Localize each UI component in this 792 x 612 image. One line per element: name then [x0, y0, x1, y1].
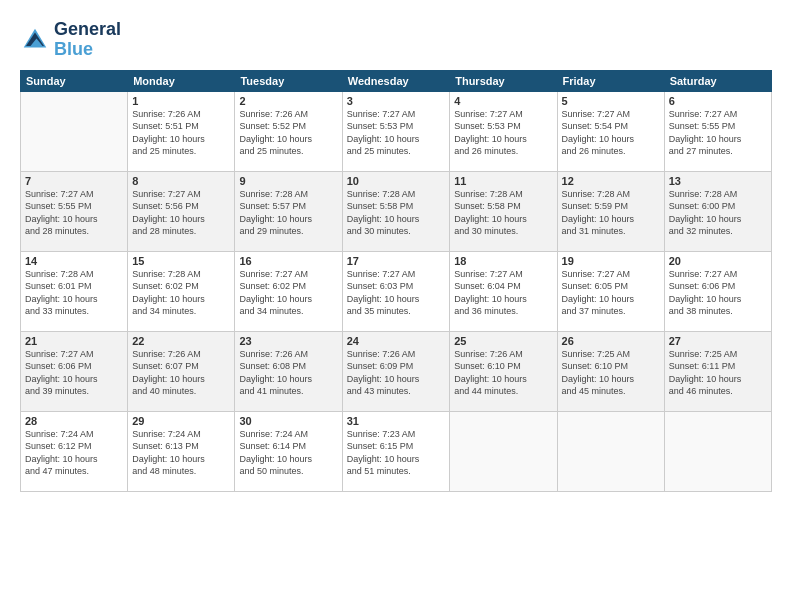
day-detail: Sunrise: 7:24 AM Sunset: 6:13 PM Dayligh…	[132, 428, 230, 478]
logo-line2: Blue	[54, 39, 93, 59]
day-detail: Sunrise: 7:25 AM Sunset: 6:10 PM Dayligh…	[562, 348, 660, 398]
day-detail: Sunrise: 7:25 AM Sunset: 6:11 PM Dayligh…	[669, 348, 767, 398]
calendar-cell: 16Sunrise: 7:27 AM Sunset: 6:02 PM Dayli…	[235, 251, 342, 331]
calendar-cell	[21, 91, 128, 171]
calendar-cell: 5Sunrise: 7:27 AM Sunset: 5:54 PM Daylig…	[557, 91, 664, 171]
day-detail: Sunrise: 7:27 AM Sunset: 6:06 PM Dayligh…	[669, 268, 767, 318]
calendar-cell: 2Sunrise: 7:26 AM Sunset: 5:52 PM Daylig…	[235, 91, 342, 171]
calendar-header-row: SundayMondayTuesdayWednesdayThursdayFrid…	[21, 70, 772, 91]
day-detail: Sunrise: 7:27 AM Sunset: 6:05 PM Dayligh…	[562, 268, 660, 318]
calendar-header-sunday: Sunday	[21, 70, 128, 91]
calendar-cell	[557, 411, 664, 491]
day-detail: Sunrise: 7:27 AM Sunset: 5:54 PM Dayligh…	[562, 108, 660, 158]
calendar-cell: 21Sunrise: 7:27 AM Sunset: 6:06 PM Dayli…	[21, 331, 128, 411]
day-detail: Sunrise: 7:28 AM Sunset: 5:58 PM Dayligh…	[347, 188, 446, 238]
day-number: 24	[347, 335, 446, 347]
day-number: 6	[669, 95, 767, 107]
day-number: 1	[132, 95, 230, 107]
calendar-cell: 27Sunrise: 7:25 AM Sunset: 6:11 PM Dayli…	[664, 331, 771, 411]
day-number: 3	[347, 95, 446, 107]
day-detail: Sunrise: 7:27 AM Sunset: 5:55 PM Dayligh…	[669, 108, 767, 158]
calendar-header-friday: Friday	[557, 70, 664, 91]
day-detail: Sunrise: 7:28 AM Sunset: 6:00 PM Dayligh…	[669, 188, 767, 238]
day-number: 11	[454, 175, 552, 187]
day-detail: Sunrise: 7:27 AM Sunset: 5:56 PM Dayligh…	[132, 188, 230, 238]
day-number: 18	[454, 255, 552, 267]
calendar-cell: 10Sunrise: 7:28 AM Sunset: 5:58 PM Dayli…	[342, 171, 450, 251]
calendar-cell: 8Sunrise: 7:27 AM Sunset: 5:56 PM Daylig…	[128, 171, 235, 251]
day-number: 17	[347, 255, 446, 267]
calendar-cell: 6Sunrise: 7:27 AM Sunset: 5:55 PM Daylig…	[664, 91, 771, 171]
header: General Blue	[20, 20, 772, 60]
day-number: 15	[132, 255, 230, 267]
day-detail: Sunrise: 7:27 AM Sunset: 6:06 PM Dayligh…	[25, 348, 123, 398]
calendar-week-2: 7Sunrise: 7:27 AM Sunset: 5:55 PM Daylig…	[21, 171, 772, 251]
calendar-cell	[450, 411, 557, 491]
day-detail: Sunrise: 7:28 AM Sunset: 5:59 PM Dayligh…	[562, 188, 660, 238]
day-detail: Sunrise: 7:24 AM Sunset: 6:14 PM Dayligh…	[239, 428, 337, 478]
calendar-cell: 19Sunrise: 7:27 AM Sunset: 6:05 PM Dayli…	[557, 251, 664, 331]
calendar-cell: 4Sunrise: 7:27 AM Sunset: 5:53 PM Daylig…	[450, 91, 557, 171]
calendar-cell: 20Sunrise: 7:27 AM Sunset: 6:06 PM Dayli…	[664, 251, 771, 331]
day-detail: Sunrise: 7:27 AM Sunset: 6:03 PM Dayligh…	[347, 268, 446, 318]
day-detail: Sunrise: 7:26 AM Sunset: 6:10 PM Dayligh…	[454, 348, 552, 398]
calendar-cell: 13Sunrise: 7:28 AM Sunset: 6:00 PM Dayli…	[664, 171, 771, 251]
day-detail: Sunrise: 7:27 AM Sunset: 5:55 PM Dayligh…	[25, 188, 123, 238]
calendar-cell: 23Sunrise: 7:26 AM Sunset: 6:08 PM Dayli…	[235, 331, 342, 411]
day-number: 27	[669, 335, 767, 347]
day-detail: Sunrise: 7:24 AM Sunset: 6:12 PM Dayligh…	[25, 428, 123, 478]
page: General Blue SundayMondayTuesdayWednesda…	[0, 0, 792, 612]
day-detail: Sunrise: 7:27 AM Sunset: 6:04 PM Dayligh…	[454, 268, 552, 318]
day-detail: Sunrise: 7:26 AM Sunset: 6:07 PM Dayligh…	[132, 348, 230, 398]
day-detail: Sunrise: 7:23 AM Sunset: 6:15 PM Dayligh…	[347, 428, 446, 478]
calendar-header-tuesday: Tuesday	[235, 70, 342, 91]
day-detail: Sunrise: 7:26 AM Sunset: 5:51 PM Dayligh…	[132, 108, 230, 158]
day-number: 20	[669, 255, 767, 267]
day-number: 13	[669, 175, 767, 187]
calendar-cell: 3Sunrise: 7:27 AM Sunset: 5:53 PM Daylig…	[342, 91, 450, 171]
day-number: 26	[562, 335, 660, 347]
day-number: 22	[132, 335, 230, 347]
day-number: 2	[239, 95, 337, 107]
calendar-cell: 9Sunrise: 7:28 AM Sunset: 5:57 PM Daylig…	[235, 171, 342, 251]
logo-text: General Blue	[54, 20, 121, 60]
day-number: 8	[132, 175, 230, 187]
day-number: 10	[347, 175, 446, 187]
calendar-cell: 25Sunrise: 7:26 AM Sunset: 6:10 PM Dayli…	[450, 331, 557, 411]
calendar-cell: 30Sunrise: 7:24 AM Sunset: 6:14 PM Dayli…	[235, 411, 342, 491]
day-number: 4	[454, 95, 552, 107]
logo-line1: General	[54, 20, 121, 40]
calendar-week-5: 28Sunrise: 7:24 AM Sunset: 6:12 PM Dayli…	[21, 411, 772, 491]
calendar-cell: 28Sunrise: 7:24 AM Sunset: 6:12 PM Dayli…	[21, 411, 128, 491]
day-number: 7	[25, 175, 123, 187]
day-number: 25	[454, 335, 552, 347]
calendar-cell: 12Sunrise: 7:28 AM Sunset: 5:59 PM Dayli…	[557, 171, 664, 251]
calendar-cell: 15Sunrise: 7:28 AM Sunset: 6:02 PM Dayli…	[128, 251, 235, 331]
calendar-cell: 26Sunrise: 7:25 AM Sunset: 6:10 PM Dayli…	[557, 331, 664, 411]
calendar-cell: 24Sunrise: 7:26 AM Sunset: 6:09 PM Dayli…	[342, 331, 450, 411]
calendar-cell: 1Sunrise: 7:26 AM Sunset: 5:51 PM Daylig…	[128, 91, 235, 171]
calendar-header-saturday: Saturday	[664, 70, 771, 91]
day-detail: Sunrise: 7:28 AM Sunset: 6:02 PM Dayligh…	[132, 268, 230, 318]
day-detail: Sunrise: 7:27 AM Sunset: 5:53 PM Dayligh…	[454, 108, 552, 158]
calendar-week-3: 14Sunrise: 7:28 AM Sunset: 6:01 PM Dayli…	[21, 251, 772, 331]
calendar-cell: 7Sunrise: 7:27 AM Sunset: 5:55 PM Daylig…	[21, 171, 128, 251]
day-detail: Sunrise: 7:27 AM Sunset: 6:02 PM Dayligh…	[239, 268, 337, 318]
day-number: 5	[562, 95, 660, 107]
day-detail: Sunrise: 7:26 AM Sunset: 5:52 PM Dayligh…	[239, 108, 337, 158]
calendar-week-1: 1Sunrise: 7:26 AM Sunset: 5:51 PM Daylig…	[21, 91, 772, 171]
calendar-header-wednesday: Wednesday	[342, 70, 450, 91]
day-number: 21	[25, 335, 123, 347]
day-detail: Sunrise: 7:28 AM Sunset: 5:57 PM Dayligh…	[239, 188, 337, 238]
logo: General Blue	[20, 20, 121, 60]
day-detail: Sunrise: 7:28 AM Sunset: 5:58 PM Dayligh…	[454, 188, 552, 238]
day-number: 14	[25, 255, 123, 267]
calendar-header-thursday: Thursday	[450, 70, 557, 91]
day-detail: Sunrise: 7:26 AM Sunset: 6:08 PM Dayligh…	[239, 348, 337, 398]
day-detail: Sunrise: 7:28 AM Sunset: 6:01 PM Dayligh…	[25, 268, 123, 318]
day-number: 12	[562, 175, 660, 187]
day-number: 31	[347, 415, 446, 427]
calendar-cell: 22Sunrise: 7:26 AM Sunset: 6:07 PM Dayli…	[128, 331, 235, 411]
calendar-header-monday: Monday	[128, 70, 235, 91]
calendar-cell: 11Sunrise: 7:28 AM Sunset: 5:58 PM Dayli…	[450, 171, 557, 251]
